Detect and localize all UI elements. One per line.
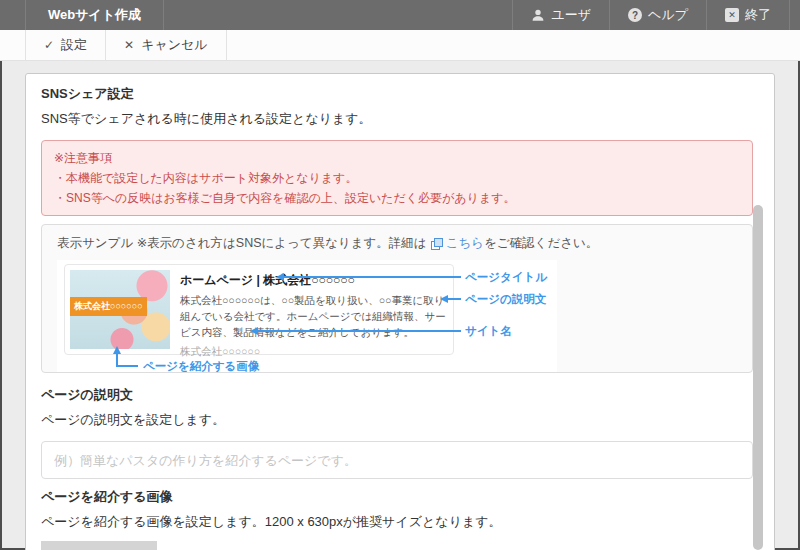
- preview-description: 株式会社○○○○○○は、○○製品を取り扱い、○○事業に取り組んでいる会社です。ホ…: [180, 293, 448, 340]
- page-subtitle: SNS等でシェアされる時に使用される設定となります。: [41, 110, 753, 128]
- cancel-button[interactable]: ✕ キャンセル: [105, 30, 227, 60]
- image-upload-button[interactable]: 画像: [41, 541, 157, 550]
- exit-label: 終了: [745, 6, 771, 24]
- check-icon: ✓: [44, 38, 54, 52]
- app-window: Webサイト作成 ユーザ ? ヘルプ ✕ 終了 ✓ 設定 ✕ キャ: [0, 0, 800, 550]
- settings-panel: SNSシェア設定 SNS等でシェアされる時に使用される設定となります。 ※注意事…: [25, 73, 775, 550]
- preview-text: ホームページ | 株式会社○○○○○○ 株式会社○○○○○○は、○○製品を取り扱…: [180, 270, 448, 349]
- action-toolbar: ✓ 設定 ✕ キャンセル: [0, 30, 800, 61]
- annotation-arrow-title: [283, 276, 461, 278]
- close-icon: ✕: [124, 38, 134, 52]
- topbar: Webサイト作成 ユーザ ? ヘルプ ✕ 終了: [0, 0, 800, 30]
- content-area: SNSシェア設定 SNS等でシェアされる時に使用される設定となります。 ※注意事…: [25, 61, 775, 550]
- image-section-title: ページを紹介する画像: [41, 488, 753, 506]
- sample-header-suffix: をご確認ください。: [484, 235, 598, 252]
- preview-image: 株式会社○○○○○○: [70, 270, 170, 349]
- page-description-input[interactable]: [41, 441, 753, 479]
- sns-preview: 株式会社○○○○○○ ホームページ | 株式会社○○○○○○ 株式会社○○○○○…: [57, 260, 557, 372]
- help-icon: ?: [628, 8, 642, 22]
- user-menu-label: ユーザ: [551, 6, 591, 24]
- external-link-icon: [431, 238, 443, 250]
- sample-header-text: 表示サンプル ※表示のされ方はSNSによって異なります。詳細は: [57, 235, 427, 252]
- annotation-page-title: ページタイトル: [465, 270, 547, 285]
- annotation-site-name: サイト名: [465, 324, 512, 339]
- help-label: ヘルプ: [648, 6, 688, 24]
- settings-button-label: 設定: [61, 36, 87, 54]
- preview-image-banner: 株式会社○○○○○○: [70, 297, 147, 316]
- settings-button[interactable]: ✓ 設定: [25, 30, 105, 60]
- annotation-page-description: ページの説明文: [465, 292, 546, 307]
- scrollbar-thumb[interactable]: [753, 205, 763, 550]
- preview-title: ホームページ | 株式会社○○○○○○: [180, 272, 448, 289]
- description-section-title: ページの説明文: [41, 386, 753, 404]
- annotation-arrow-description: [447, 298, 461, 300]
- user-icon: [531, 8, 545, 22]
- exit-icon: ✕: [725, 8, 739, 22]
- notice-box: ※注意事項 ・本機能で設定した内容はサポート対象外となります。 ・SNS等への反…: [41, 140, 753, 216]
- details-link[interactable]: こちら: [446, 235, 484, 252]
- exit-button[interactable]: ✕ 終了: [706, 0, 790, 30]
- topbar-menu: ユーザ ? ヘルプ ✕ 終了: [512, 0, 790, 30]
- notice-item: ・SNS等への反映はお客様ご自身で内容を確認の上、設定いただく必要があります。: [54, 188, 740, 208]
- app-title: Webサイト作成: [25, 0, 164, 30]
- help-button[interactable]: ? ヘルプ: [609, 0, 706, 30]
- cancel-button-label: キャンセル: [141, 36, 208, 54]
- preview-site-name: 株式会社○○○○○○: [180, 345, 448, 359]
- sample-box: 表示サンプル ※表示のされ方はSNSによって異なります。詳細は こちら をご確認…: [41, 224, 753, 373]
- page-title: SNSシェア設定: [41, 85, 753, 103]
- sample-header: 表示サンプル ※表示のされ方はSNSによって異なります。詳細は こちら をご確認…: [57, 235, 737, 252]
- annotation-page-image: ページを紹介する画像: [143, 359, 259, 374]
- notice-item: ・本機能で設定した内容はサポート対象外となります。: [54, 168, 740, 188]
- annotation-arrow-sitename: [257, 330, 461, 332]
- description-section-subtitle: ページの説明文を設定します。: [41, 411, 753, 429]
- image-section-subtitle: ページを紹介する画像を設定します。1200 x 630pxが推奨サイズとなります…: [41, 513, 753, 531]
- notice-title: ※注意事項: [54, 148, 740, 168]
- user-menu-button[interactable]: ユーザ: [512, 0, 609, 30]
- annotation-arrow-image-segment: [116, 365, 138, 367]
